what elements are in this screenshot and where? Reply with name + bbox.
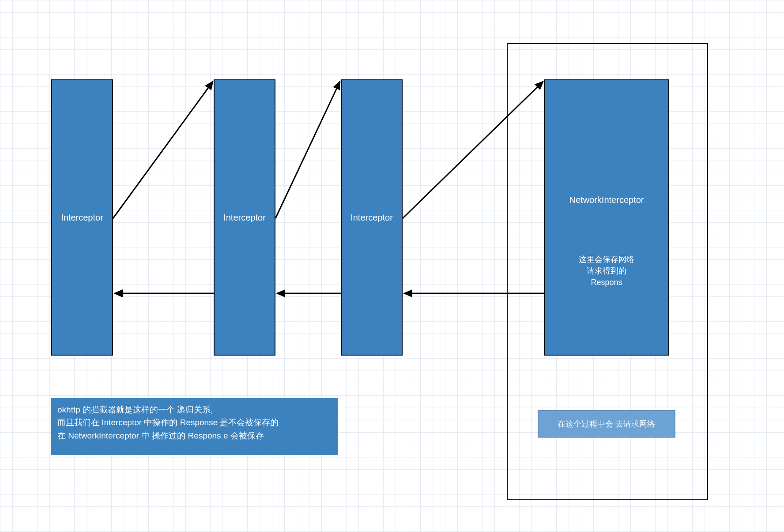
arrow-forward-2	[275, 82, 340, 218]
note-small-text: 在这个过程中会 去请求网络	[558, 419, 655, 429]
network-interceptor-box: NetworkInterceptor 这里会保存网络 请求得到的 Respons	[544, 79, 669, 356]
diagram-canvas: Interceptor Interceptor Interceptor Netw…	[0, 0, 784, 532]
network-interceptor-subtitle: 这里会保存网络 请求得到的 Respons	[579, 254, 634, 288]
interceptor-box-2: Interceptor	[214, 79, 275, 356]
arrow-forward-1	[113, 82, 213, 218]
note-main: okhttp 的拦截器就是这样的一个 递归关系, 而且我们在 Intercept…	[51, 398, 338, 455]
interceptor-box-1: Interceptor	[51, 79, 113, 356]
interceptor-label-1: Interceptor	[61, 213, 103, 223]
note-small: 在这个过程中会 去请求网络	[538, 410, 675, 438]
interceptor-label-2: Interceptor	[223, 213, 266, 223]
interceptor-box-3: Interceptor	[341, 79, 403, 356]
interceptor-label-3: Interceptor	[351, 213, 393, 223]
network-interceptor-title: NetworkInterceptor	[569, 195, 644, 205]
